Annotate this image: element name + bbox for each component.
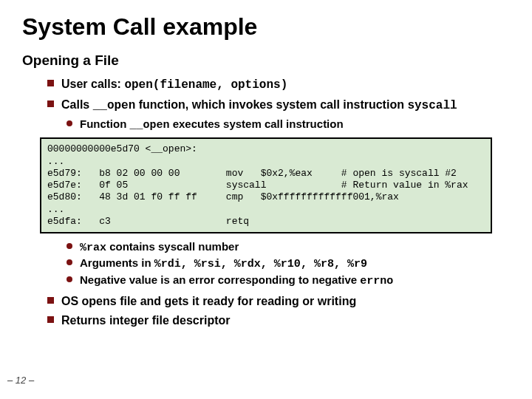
square-bullet-icon — [47, 297, 54, 304]
code-open-fn2: __open — [130, 119, 170, 132]
subbullet-args: Arguments in %rdi, %rsi, %rdx, %r10, %r8… — [66, 256, 510, 272]
subbullet-rax: %rax contains syscall number — [66, 239, 510, 256]
bullet-user-calls: User calls: open(filename, options) — [47, 76, 510, 94]
text: OS opens file and gets it ready for read… — [61, 293, 356, 310]
code-errno: errno — [360, 275, 393, 287]
square-bullet-icon — [47, 316, 54, 323]
text: Calls — [61, 98, 93, 111]
subbullet-errno: Negative value is an error corresponding… — [66, 273, 510, 289]
disc-bullet-icon — [66, 276, 72, 282]
square-bullet-icon — [47, 100, 54, 107]
text: Returns integer file descriptor — [61, 313, 231, 329]
text: Negative value is an error corresponding… — [80, 273, 360, 286]
text: User calls: — [61, 78, 124, 90]
bullet-returns-fd: Returns integer file descriptor — [47, 313, 510, 329]
disc-bullet-icon — [66, 243, 72, 249]
disc-bullet-icon — [66, 120, 72, 126]
text: Arguments in — [80, 256, 154, 269]
text: function, which invokes system call inst… — [135, 98, 407, 111]
code-arg-regs: %rdi, %rsi, %rdx, %r10, %r8, %r9 — [154, 258, 367, 270]
disc-bullet-icon — [66, 259, 72, 265]
code-open-call: open(filename, options) — [124, 78, 287, 92]
bullet-calls-open: Calls __open function, which invokes sys… — [47, 97, 510, 115]
text: executes system call instruction — [170, 117, 344, 130]
text: contains syscall number — [106, 240, 239, 253]
page-number: – 12 – — [7, 375, 34, 386]
code-rax: %rax — [80, 242, 106, 254]
code-open-fn: __open — [93, 99, 136, 112]
text: Function — [80, 117, 130, 130]
square-bullet-icon — [47, 80, 54, 86]
slide-subtitle: Opening a File — [22, 52, 510, 69]
subbullet-function-open: Function __open executes system call ins… — [66, 117, 510, 133]
bullet-os-opens: OS opens file and gets it ready for read… — [47, 293, 510, 310]
slide-title: System Call example — [22, 13, 510, 41]
code-syscall: syscall — [407, 99, 457, 112]
assembly-code-block: 00000000000e5d70 <__open>: ... e5d79: b8… — [40, 137, 492, 233]
